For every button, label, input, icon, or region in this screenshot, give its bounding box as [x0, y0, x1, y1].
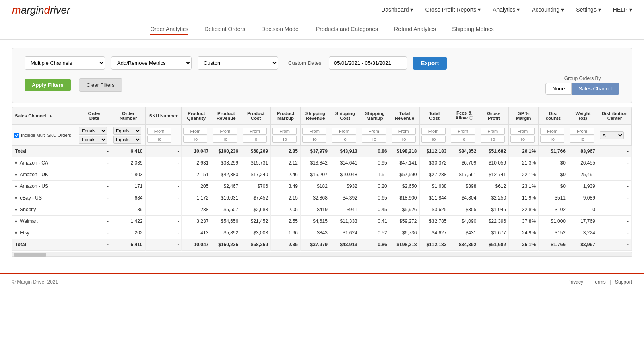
custom-dates-input[interactable] [329, 56, 407, 70]
col-order-number[interactable]: OrderNumber [111, 107, 145, 125]
col-gp-margin[interactable]: GP %Margin [509, 107, 539, 125]
gp-margin-from-input[interactable] [510, 128, 535, 135]
filter-distribution-center[interactable]: All [598, 125, 631, 146]
sku-from-input[interactable] [147, 128, 171, 135]
shipping-markup-from-input[interactable] [362, 128, 386, 135]
gross-profit-to-input[interactable] [481, 136, 505, 143]
product-rev-from-input[interactable] [213, 128, 237, 135]
total-cost-to-input[interactable] [421, 136, 446, 143]
total-rev-from-input[interactable] [392, 128, 416, 135]
expand-icon[interactable]: ▾ [15, 219, 17, 224]
table-cell: $4,090 [449, 216, 479, 227]
table-cell: 2,151 [182, 169, 211, 181]
date-range-select[interactable]: Custom [198, 56, 278, 70]
product-qty-from-input[interactable] [183, 128, 207, 135]
horizontal-scrollbar[interactable] [12, 252, 632, 257]
col-discounts[interactable]: Dis-counts [539, 107, 568, 125]
order-number-equals-select2[interactable]: Equals [113, 136, 141, 144]
expand-icon[interactable]: ▾ [15, 184, 17, 189]
total-cost-from-input[interactable] [421, 128, 446, 135]
col-order-date[interactable]: OrderDate [77, 107, 111, 125]
fees-to-input[interactable] [451, 136, 475, 143]
subnav-products-categories[interactable]: Products and Categories [316, 26, 378, 35]
group-sales-channel-button[interactable]: Sales Channel [572, 83, 619, 95]
col-product-revenue[interactable]: ProductRevenue [211, 107, 241, 125]
table-cell: $33,299 [211, 157, 241, 169]
expand-icon[interactable]: ▾ [15, 196, 17, 200]
discounts-to-input[interactable] [540, 136, 564, 143]
subnav-shipping-metrics[interactable]: Shipping Metrics [452, 26, 494, 35]
product-cost-from-input[interactable] [243, 128, 267, 135]
table-cell: 22.1% [509, 169, 539, 181]
subnav-deficient-orders[interactable]: Deficient Orders [204, 26, 245, 35]
subnav-decision-model[interactable]: Decision Model [261, 26, 300, 35]
order-number-equals-select[interactable]: Equals [113, 127, 141, 135]
order-date-equals-select2[interactable]: Equals [79, 136, 107, 144]
product-qty-to-input[interactable] [183, 136, 207, 143]
shipping-markup-to-input[interactable] [362, 136, 386, 143]
table-cell: $17,240 [241, 169, 271, 181]
expand-icon[interactable]: ▾ [15, 231, 17, 235]
shipping-cost-from-input[interactable] [332, 128, 356, 135]
include-multi-sku-checkbox[interactable] [14, 133, 19, 138]
shipping-cost-to-input[interactable] [332, 136, 356, 143]
col-fees-allow[interactable]: Fees &Allow.ⓘ [449, 107, 479, 125]
group-none-button[interactable]: None [545, 83, 572, 95]
table-cell: $37,979 [300, 239, 330, 251]
order-date-equals-select[interactable]: Equals [79, 127, 107, 135]
col-gross-profit[interactable]: GrossProfit [479, 107, 509, 125]
nav-accounting[interactable]: Accounting ▾ [532, 6, 564, 14]
col-shipping-markup[interactable]: ShippingMarkup [360, 107, 390, 125]
clear-filters-button[interactable]: Clear Filters [79, 78, 122, 92]
col-total-revenue[interactable]: TotalRevenue [390, 107, 419, 125]
product-markup-to-input[interactable] [272, 136, 297, 143]
metrics-select[interactable]: Add/Remove Metrics [111, 56, 192, 70]
sku-to-input[interactable] [147, 136, 171, 143]
weight-from-input[interactable] [570, 128, 594, 135]
nav-settings[interactable]: Settings ▾ [576, 6, 601, 14]
expand-icon[interactable]: ▾ [15, 208, 17, 212]
export-button[interactable]: Export [413, 57, 447, 70]
nav-dashboard[interactable]: Dashboard ▾ [381, 6, 413, 14]
nav-gross-profit[interactable]: Gross Profit Reports ▾ [425, 6, 481, 14]
col-shipping-revenue[interactable]: ShippingRevenue [300, 107, 330, 125]
expand-icon[interactable]: ▾ [15, 161, 17, 165]
discounts-from-input[interactable] [540, 128, 564, 135]
gross-profit-from-input[interactable] [481, 128, 505, 135]
subnav-refund-analytics[interactable]: Refund Analytics [394, 26, 436, 35]
nav-analytics[interactable]: Analytics ▾ [493, 6, 520, 14]
gp-margin-to-input[interactable] [510, 136, 535, 143]
col-product-markup[interactable]: ProductMarkup [271, 107, 301, 125]
col-total-cost[interactable]: TotalCost [419, 107, 449, 125]
distribution-center-select[interactable]: All [600, 131, 624, 139]
product-markup-from-input[interactable] [272, 128, 297, 135]
channel-select[interactable]: Multiple Channels [25, 56, 105, 70]
product-cost-to-input[interactable] [243, 136, 267, 143]
footer-privacy[interactable]: Privacy [568, 279, 583, 285]
footer-support[interactable]: Support [615, 279, 632, 285]
shipping-rev-to-input[interactable] [302, 136, 326, 143]
table-cell: - [598, 216, 631, 227]
table-cell: $4,615 [300, 216, 330, 227]
shipping-rev-from-input[interactable] [302, 128, 326, 135]
col-product-quantity[interactable]: ProductQuantity [182, 107, 211, 125]
weight-to-input[interactable] [570, 136, 594, 143]
col-sku-number[interactable]: SKU Number [145, 107, 182, 125]
col-distribution-center[interactable]: DistributionCenter [598, 107, 631, 125]
table-cell: - [145, 181, 182, 192]
expand-icon[interactable]: ▾ [15, 173, 17, 177]
total-rev-to-input[interactable] [392, 136, 416, 143]
col-weight[interactable]: Weight(oz) [568, 107, 598, 125]
col-product-cost[interactable]: ProductCost [241, 107, 271, 125]
footer-terms[interactable]: Terms [592, 279, 606, 285]
table-cell: 26,455 [568, 157, 598, 169]
apply-filters-button[interactable]: Apply Filters [25, 79, 71, 91]
col-shipping-cost[interactable]: ShippingCost [330, 107, 360, 125]
nav-help[interactable]: HELP ▾ [613, 6, 632, 14]
col-sales-channel[interactable]: Sales Channel ▲ [12, 107, 77, 125]
subnav-order-analytics[interactable]: Order Analytics [150, 26, 188, 35]
table-cell: 2,631 [182, 157, 211, 169]
fees-from-input[interactable] [451, 128, 475, 135]
table-cell: 0.41 [360, 216, 390, 227]
product-rev-to-input[interactable] [213, 136, 237, 143]
